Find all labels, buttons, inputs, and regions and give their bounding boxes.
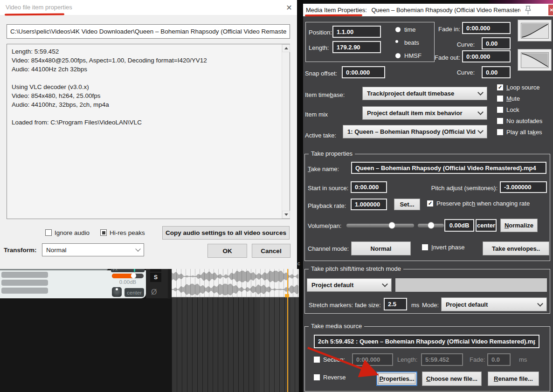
invert-phase-checkbox[interactable] (422, 244, 428, 250)
hires-peaks-checkbox[interactable] (100, 229, 107, 236)
source-file-value: 2ch 5:59.452 : Queen – Bohemian Rhapsody… (318, 338, 535, 345)
section-checkbox[interactable] (314, 357, 320, 363)
curve-out-value: 0.00 (486, 69, 498, 76)
close-button[interactable]: ✕ (548, 5, 553, 15)
channel-mode-button[interactable]: Normal (351, 241, 411, 255)
copy-audio-settings-label: Copy audio settings to all video sources (166, 229, 286, 236)
set-rate-button[interactable]: Set... (394, 199, 420, 210)
file-path-field[interactable]: C:\Users\pelic\Videos\4K Video Downloade… (7, 24, 290, 39)
normalize-button[interactable]: Normalize (500, 219, 538, 232)
pitch-adjust-field[interactable]: -3.000000 (500, 181, 547, 193)
no-autofades-checkbox[interactable] (497, 118, 503, 124)
scroll-down-arrow[interactable] (282, 211, 290, 219)
transform-dropdown[interactable]: Normal (42, 243, 144, 256)
media-item-waveform[interactable] (172, 269, 299, 297)
loop-source-checkbox[interactable]: ✓ (497, 84, 503, 90)
track-volume-slider[interactable] (112, 274, 144, 278)
start-in-source-field[interactable]: 0:00.000 (351, 181, 387, 193)
edit-cursor[interactable] (287, 269, 288, 392)
properties-button[interactable]: Properties... (376, 371, 417, 386)
meter-bar (134, 268, 135, 272)
lock-checkbox[interactable] (497, 107, 503, 113)
fade-size-field[interactable]: 2.5 (384, 298, 407, 310)
chevron-down-icon (135, 246, 140, 251)
section-start-field: 0:00.000 (352, 353, 393, 366)
rename-file-button[interactable]: Rename file... (488, 371, 539, 386)
track-name-bar[interactable] (1, 280, 48, 286)
length-field[interactable]: 179.2.90 (332, 41, 381, 53)
media-item-properties-dialog: Media Item Properties: Queen – Bohemian … (303, 4, 553, 392)
beats-radio[interactable] (395, 40, 398, 43)
pan-value: center (477, 222, 495, 229)
solo-button[interactable]: S (150, 273, 161, 282)
volume-slider-thumb[interactable] (388, 222, 395, 229)
volume-slider[interactable] (346, 224, 414, 227)
fade-in-value: 0:00.000 (466, 25, 490, 32)
fade-in-curve-button[interactable] (518, 20, 552, 41)
fade-in-field[interactable]: 0:00.000 (462, 22, 511, 34)
grid-lines (172, 269, 299, 297)
volume-field[interactable]: 0.00dB (444, 219, 474, 232)
take-envelopes-button[interactable]: Take envelopes.. (483, 241, 549, 255)
track-name-bar[interactable] (1, 288, 48, 294)
curve-out-field[interactable]: 0.00 (482, 66, 511, 78)
chevron-down-icon (382, 281, 388, 287)
pin-icon[interactable] (524, 5, 532, 15)
close-icon[interactable]: ✕ (283, 2, 295, 13)
edit-cursor-marker (285, 294, 289, 297)
ok-button[interactable]: OK (207, 244, 247, 258)
pan-slider-thumb[interactable] (428, 222, 435, 229)
ignore-audio-checkbox[interactable] (45, 229, 52, 236)
snap-offset-field[interactable]: 0:00.000 (342, 66, 385, 78)
preserve-pitch-checkbox[interactable]: ✓ (427, 200, 433, 206)
track-name-bar[interactable] (1, 272, 48, 278)
scrollbar[interactable] (282, 44, 290, 219)
cancel-button[interactable]: Cancel (252, 244, 290, 258)
volume-thumb[interactable] (131, 273, 136, 278)
arrange-background[interactable] (172, 297, 299, 392)
playback-rate-field[interactable]: 1.000000 (351, 199, 387, 210)
pan-knob[interactable] (112, 287, 122, 297)
active-take-dropdown[interactable]: 1: Queen – Bohemian Rhapsody (Official V… (343, 125, 487, 138)
hmsf-radio[interactable] (395, 53, 401, 58)
item-timebase-label: Item timebase: (305, 91, 345, 98)
marker-mode-value: Project default (446, 301, 535, 308)
curve-in-field[interactable]: 0.00 (482, 37, 511, 49)
stretch-mode-dropdown[interactable]: Project default (307, 278, 392, 292)
fade-out-curve-icon (521, 52, 549, 68)
copy-audio-settings-button[interactable]: Copy audio settings to all video sources (162, 226, 290, 240)
pitch-adjust-label: Pitch adjust (semitones): (428, 185, 498, 192)
fade-out-curve-button[interactable] (518, 49, 552, 71)
active-take-label: Active take: (305, 132, 336, 139)
pan-center-button[interactable]: center (124, 288, 144, 297)
hires-peaks-label: Hi-res peaks (110, 229, 145, 236)
scroll-up-arrow[interactable] (282, 44, 290, 52)
take-name-field[interactable]: Queen – Bohemian Rhapsody (Official Vide… (351, 162, 546, 174)
fade-in-curve-icon (521, 23, 549, 39)
info-line: Video: 854x480, h264, 25.00fps (12, 92, 277, 101)
time-radio[interactable] (395, 27, 401, 32)
dialog-titlebar[interactable]: Video file item properties ✕ (0, 0, 297, 15)
pan-field[interactable]: center (476, 219, 497, 232)
item-timebase-dropdown[interactable]: Track/project default timebase (362, 87, 487, 100)
reverse-label: Reverse (323, 374, 346, 381)
source-file-field[interactable]: 2ch 5:59.452 : Queen – Bohemian Rhapsody… (314, 335, 539, 348)
choose-new-file-button[interactable]: Choose new file... (422, 371, 482, 386)
position-field[interactable]: 1.1.00 (332, 26, 381, 38)
phase-button[interactable]: Ø (151, 288, 157, 296)
invert-phase-label: Invert phase (431, 244, 465, 251)
mute-checkbox[interactable] (497, 96, 503, 102)
choose-new-file-label: Choose new file... (426, 375, 477, 382)
lock-label: Lock (506, 106, 519, 113)
transform-value: Normal (46, 247, 67, 254)
grid-lines (172, 297, 299, 392)
marker-mode-dropdown[interactable]: Project default (441, 297, 547, 311)
channel-mode-label: Channel mode: (308, 245, 349, 252)
position-value: 1.1.00 (337, 28, 353, 35)
knob-dot (116, 288, 118, 290)
fade-out-field[interactable]: 0:00.000 (462, 50, 511, 62)
mode-label: Mode: (422, 302, 439, 309)
play-all-takes-checkbox[interactable] (497, 129, 503, 135)
item-mix-dropdown[interactable]: Project default item mix behavior (362, 106, 487, 120)
reverse-checkbox[interactable] (314, 374, 320, 380)
